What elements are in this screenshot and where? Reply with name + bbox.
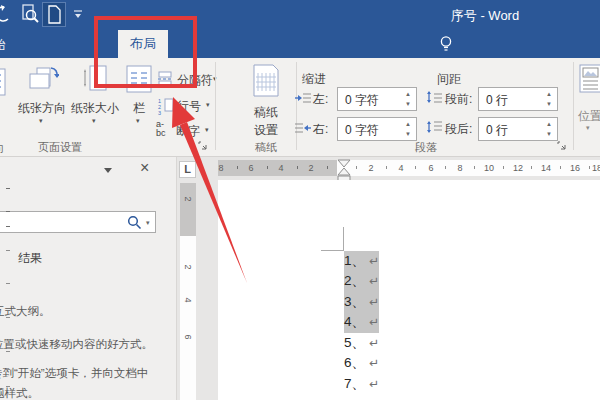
indent-left-input[interactable]: 0 字符 ▲▼ [337, 87, 417, 111]
columns-icon [126, 65, 152, 93]
spinner-arrows[interactable]: ▲▼ [543, 119, 555, 139]
margin-crop-mark [343, 227, 344, 251]
indent-right-input[interactable]: 0 字符 ▲▼ [337, 117, 417, 141]
nav-search-input[interactable]: ▾ [0, 211, 156, 233]
spacing-label: 间距 [437, 71, 461, 88]
spinner-arrows[interactable]: ▲▼ [402, 119, 414, 139]
page-setup-dialog-launcher[interactable] [198, 141, 207, 150]
indent-left-icon [294, 92, 312, 105]
columns-button[interactable]: 栏 ▾ [122, 62, 156, 128]
nav-options-dropdown[interactable] [102, 165, 114, 175]
navigation-pane: × ▾ 结果 互式大纲。 位置或快速移动内容的好方式。 转到“开始”选项卡，并向… [0, 157, 177, 400]
breaks-button[interactable]: 分隔符▾ [156, 70, 218, 92]
search-icon [127, 215, 142, 230]
nav-results-tab[interactable]: 结果 [18, 250, 42, 267]
genko-grid-icon [252, 64, 280, 98]
print-preview-button[interactable] [19, 3, 41, 25]
text-direction-button[interactable] [0, 66, 11, 102]
paragraph-mark: ↵ [369, 356, 379, 370]
undo-icon[interactable] [0, 4, 10, 24]
doc-list-line[interactable]: 5、↵ [344, 333, 379, 354]
breaks-icon [157, 71, 173, 87]
margin-crop-mark [321, 250, 344, 251]
paragraph-mark: ↵ [369, 295, 379, 309]
doc-list-line[interactable]: 4、↵ [344, 312, 379, 333]
tab-layout[interactable]: 布局 [118, 30, 168, 58]
hyphenation-icon: a-bc [156, 120, 174, 138]
chevron-down-icon: ▾ [92, 117, 96, 124]
paper-size-icon [83, 64, 109, 96]
spinner-arrows[interactable]: ▲▼ [402, 89, 414, 109]
orientation-button[interactable]: 纸张方向 ▾ [16, 62, 68, 128]
search-dropdown-icon[interactable]: ▾ [146, 219, 150, 226]
indent-left-field-label: 左: [313, 91, 328, 108]
paper-size-button[interactable]: 纸张大小 ▾ [70, 62, 120, 128]
chevron-down-icon: ▾ [206, 101, 210, 108]
title-bar: 序号 - Word [0, 0, 600, 28]
paragraph-mark: ↵ [369, 336, 379, 350]
nav-close-icon[interactable]: × [140, 159, 149, 177]
document-page[interactable] [218, 180, 600, 400]
tab-stop-selector[interactable]: L [179, 161, 196, 178]
line-numbers-icon: 123 [157, 97, 174, 115]
ribbon: 文字方向 纸张方向 ▾ 纸张大小 ▾ 栏 ▾ 分隔符▾ 123 行号▾ [0, 58, 600, 157]
hyphenation-button[interactable]: a-bc 断字▾ [155, 120, 213, 142]
qat-customize-button[interactable] [72, 8, 86, 22]
spacing-after-icon [426, 120, 443, 135]
line-numbers-button[interactable]: 123 行号▾ [156, 96, 214, 118]
doc-list-line[interactable]: 6、↵ [344, 353, 379, 374]
text-direction-label: 文字方向 [0, 141, 9, 156]
spacing-after-field-label: 段后: [445, 121, 472, 138]
spacing-before-input[interactable]: 0 行 ▲▼ [478, 87, 558, 111]
doc-list-line[interactable]: 1、↵ [344, 251, 379, 272]
nav-hint-line: 转到“开始”选项卡，并向文档中 [0, 363, 176, 379]
doc-list-line[interactable]: 7、↵ [344, 374, 379, 395]
window-title: 序号 - Word [400, 7, 570, 25]
paragraph-dialog-launcher[interactable] [557, 141, 566, 150]
tab-home[interactable]: 开始 [0, 36, 11, 54]
spacing-before-icon [426, 90, 443, 105]
nav-hint-line: 互式大纲。 [0, 301, 176, 317]
new-document-button[interactable] [42, 2, 66, 27]
doc-list-line[interactable]: 2、↵ [344, 271, 379, 292]
genko-settings-button[interactable]: 稿纸 设置 [238, 62, 294, 140]
paragraph-mark: ↵ [369, 315, 379, 329]
page-setup-group-label: 页面设置 [38, 140, 82, 155]
spacing-after-input[interactable]: 0 行 ▲▼ [478, 117, 558, 141]
paragraph-mark: ↵ [369, 377, 379, 391]
doc-list-line[interactable]: 3、↵ [344, 292, 379, 313]
chevron-down-icon: ▾ [205, 126, 209, 133]
paragraph-mark: ↵ [369, 274, 379, 288]
indent-right-field-label: 右: [313, 121, 328, 138]
nav-hint-line: 题样式。 [0, 383, 176, 399]
position-button[interactable]: 位置 ▾ [579, 64, 600, 144]
chevron-down-icon: ▾ [586, 124, 590, 131]
paragraph-group-label: 段落 [415, 140, 437, 155]
chevron-down-icon: ▾ [136, 117, 140, 124]
nav-hint-line: 位置或快速移动内容的好方式。 [0, 334, 176, 350]
orientation-icon [27, 65, 59, 95]
indent-right-icon [294, 122, 312, 135]
ribbon-tab-bar: 布局 开始 插入 设计 引用 邮件 审阅 视图 帮助 操作说明搜索 [0, 28, 600, 58]
paragraph-mark: ↵ [369, 254, 379, 268]
lightbulb-icon [438, 35, 454, 52]
position-icon [579, 64, 600, 94]
indent-label: 缩进 [302, 71, 326, 88]
spinner-arrows[interactable]: ▲▼ [543, 89, 555, 109]
spacing-before-field-label: 段前: [445, 91, 472, 108]
svg-text:3: 3 [158, 110, 161, 115]
genko-group-label: 稿纸 [255, 140, 277, 155]
chevron-down-icon: ▾ [39, 117, 43, 124]
